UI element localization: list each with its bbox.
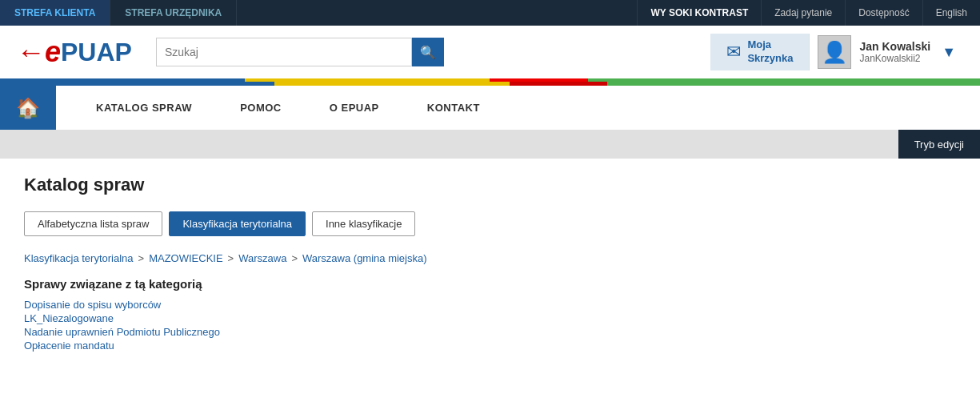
mailbox-label: Moja Skrzynka <box>747 38 793 66</box>
filter-territorial[interactable]: Klasyfikacja terytorialna <box>169 211 306 236</box>
header-right: ✉ Moja Skrzynka 👤 Jan Kowalski JanKowals… <box>710 34 964 70</box>
logo-e: ←e <box>16 35 61 69</box>
mailbox-icon: ✉ <box>726 42 741 62</box>
home-icon: 🏠 <box>16 97 40 119</box>
tab-strefa-urzednika[interactable]: STREFA URZĘDNIKA <box>110 0 237 26</box>
mailbox-button[interactable]: ✉ Moja Skrzynka <box>710 34 809 70</box>
avatar: 👤 <box>818 35 851 69</box>
page-title: Katalog spraw <box>24 175 956 195</box>
breadcrumb-sep-2: > <box>228 252 234 264</box>
tab-strefa-klienta[interactable]: STREFA KLIENTA <box>0 0 110 26</box>
list-item-2[interactable]: Nadanie uprawnień Podmiotu Publicznego <box>24 326 956 338</box>
tab-strefa-klienta-label: STREFA KLIENTA <box>14 7 95 18</box>
filter-buttons: Alfabetyczna lista spraw Klasyfikacja te… <box>24 211 956 236</box>
breadcrumb-klasyfikacja[interactable]: Klasyfikacja terytorialna <box>24 252 134 264</box>
nav: 🏠 KATALOG SPRAW POMOC O ePUAP KONTAKT <box>0 86 980 130</box>
user-area: 👤 Jan Kowalski JanKowalskii2 ▼ <box>809 34 964 70</box>
list-item-1[interactable]: LK_Niezalogowane <box>24 312 956 324</box>
user-info: Jan Kowalski JanKowalskii2 <box>859 40 930 64</box>
nav-pomoc[interactable]: POMOC <box>216 86 306 130</box>
user-name: Jan Kowalski <box>859 40 930 53</box>
english-button[interactable]: English <box>922 0 980 26</box>
items-list: Dopisanie do spisu wyborców LK_Niezalogo… <box>24 299 956 352</box>
breadcrumb-warszawa-gmina[interactable]: Warszawa (gmina miejska) <box>302 252 427 264</box>
avatar-icon: 👤 <box>822 40 847 65</box>
top-bar-right: WY SOKI KONTRAST Zadaj pytanie Dostępnoś… <box>637 0 980 26</box>
search-icon: 🔍 <box>420 45 436 60</box>
user-dropdown-arrow[interactable]: ▼ <box>942 44 956 61</box>
breadcrumb: Klasyfikacja terytorialna > MAZOWIECKIE … <box>24 252 956 264</box>
filter-other[interactable]: Inne klasyfikacje <box>312 211 415 236</box>
logo[interactable]: ←ePUAP <box>16 35 132 69</box>
breadcrumb-mazowieckie[interactable]: MAZOWIECKIE <box>149 252 222 264</box>
nav-items: KATALOG SPRAW POMOC O ePUAP KONTAKT <box>56 86 980 130</box>
top-bar-tabs: STREFA KLIENTA STREFA URZĘDNIKA <box>0 0 237 26</box>
search-button[interactable]: 🔍 <box>412 38 444 66</box>
nav-o-epuap[interactable]: O ePUAP <box>306 86 403 130</box>
breadcrumb-sep-3: > <box>291 252 298 264</box>
main-content: Katalog spraw Alfabetyczna lista spraw K… <box>0 159 980 368</box>
nav-kontakt[interactable]: KONTAKT <box>403 86 504 130</box>
tryb-edycji-button[interactable]: Tryb edycji <box>898 130 980 159</box>
breadcrumb-sep-1: > <box>138 252 145 264</box>
top-bar: STREFA KLIENTA STREFA URZĘDNIKA WY SOKI … <box>0 0 980 26</box>
search-area: 🔍 <box>156 38 444 66</box>
high-contrast-button[interactable]: WY SOKI KONTRAST <box>637 0 761 26</box>
user-login: JanKowalskii2 <box>859 53 930 64</box>
ask-question-button[interactable]: Zadaj pytanie <box>761 0 845 26</box>
header: ←ePUAP 🔍 ✉ Moja Skrzynka 👤 Jan Kowalski … <box>0 26 980 82</box>
filter-alphabetical[interactable]: Alfabetyczna lista spraw <box>24 211 162 236</box>
category-title: Sprawy związane z tą kategorią <box>24 277 956 291</box>
nav-home-button[interactable]: 🏠 <box>0 86 56 130</box>
nav-katalog-spraw[interactable]: KATALOG SPRAW <box>72 86 216 130</box>
list-item-0[interactable]: Dopisanie do spisu wyborców <box>24 299 956 311</box>
tab-strefa-urzednika-label: STREFA URZĘDNIKA <box>125 7 222 18</box>
content-bar: Tryb edycji <box>0 130 980 159</box>
breadcrumb-warszawa[interactable]: Warszawa <box>238 252 286 264</box>
list-item-3[interactable]: Opłacenie mandatu <box>24 340 956 352</box>
logo-text: ←ePUAP <box>16 35 132 69</box>
search-input[interactable] <box>156 38 412 66</box>
accessibility-button[interactable]: Dostępność <box>845 0 922 26</box>
